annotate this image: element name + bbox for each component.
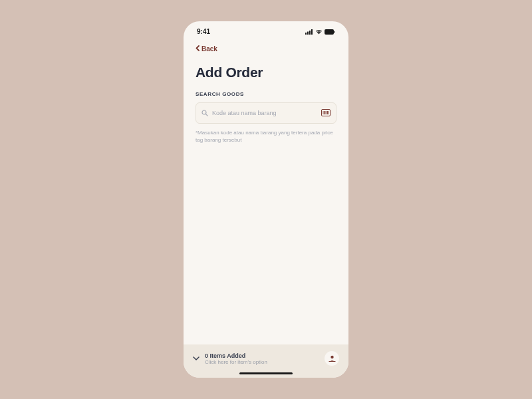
svg-rect-0 (305, 33, 307, 35)
search-field[interactable] (196, 102, 336, 124)
items-option-hint: Click here for item's option (205, 359, 319, 365)
signal-icon (305, 29, 313, 35)
content: Add Order SEARCH GOODS *Masukan kode ata… (184, 59, 348, 344)
svg-rect-8 (322, 110, 331, 116)
search-input[interactable] (212, 110, 317, 116)
svg-rect-4 (325, 29, 334, 35)
phone-frame: 9:41 Back Add Order SEARCH GOODS (184, 21, 348, 378)
chevron-down-icon (193, 356, 200, 360)
status-time: 9:41 (197, 28, 210, 35)
svg-point-15 (331, 355, 333, 358)
chevron-left-icon (196, 45, 200, 53)
svg-rect-5 (334, 31, 335, 33)
page-title: Add Order (196, 65, 336, 80)
battery-icon (325, 29, 335, 35)
assistant-badge[interactable] (325, 351, 339, 366)
back-label: Back (201, 45, 217, 53)
status-bar: 9:41 (184, 21, 348, 39)
barcode-icon[interactable] (321, 107, 331, 119)
search-icon (201, 107, 208, 119)
svg-rect-1 (307, 31, 309, 35)
items-added-count: 0 Items Added (205, 352, 319, 359)
svg-rect-2 (309, 31, 311, 35)
search-section-label: SEARCH GOODS (196, 91, 336, 97)
status-right (305, 29, 335, 35)
wifi-icon (315, 29, 323, 35)
svg-rect-3 (311, 29, 313, 35)
nav-bar: Back (184, 39, 348, 59)
bottom-text: 0 Items Added Click here for item's opti… (205, 352, 319, 365)
back-button[interactable]: Back (196, 45, 217, 53)
svg-line-7 (205, 114, 207, 116)
home-indicator[interactable] (239, 372, 293, 374)
search-helper-text: *Masukan kode atau nama barang yang tert… (196, 129, 336, 144)
